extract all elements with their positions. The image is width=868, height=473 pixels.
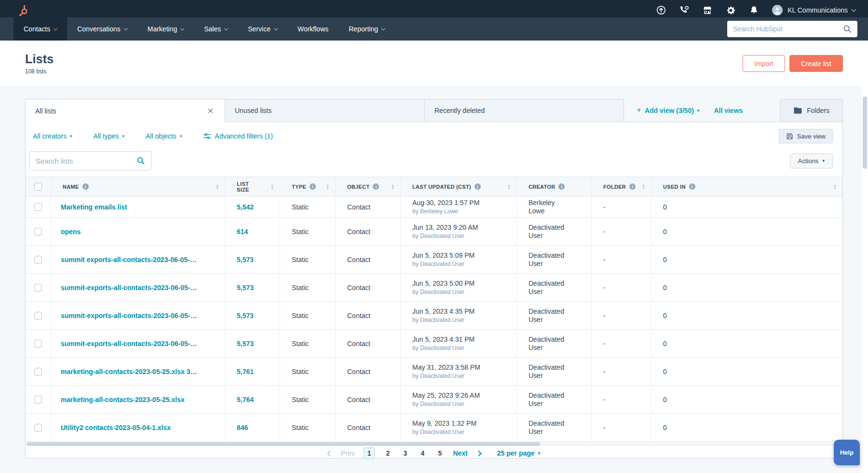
view-tab-1[interactable]: Unused lists [225, 99, 424, 122]
list-name-link[interactable]: Utility2 contacts-2023-05-04-1.xlsx [61, 424, 171, 431]
list-name-link[interactable]: marketing-all-contacts-2023-05-25.xlsx [61, 396, 185, 403]
sort-arrows-icon[interactable]: ▲▼ [271, 184, 274, 189]
view-tab-2[interactable]: Recently deleted [424, 99, 624, 122]
upgrade-icon[interactable] [656, 5, 666, 15]
chevron-right-icon[interactable] [475, 450, 482, 457]
list-name-link[interactable]: marketing-all-contacts-2023-05-25.xlsx 3… [61, 368, 197, 376]
list-name-link[interactable]: summit exports-all-contacts-2023-06-05-… [61, 256, 197, 264]
info-icon[interactable]: i [475, 183, 481, 190]
list-name-link[interactable]: summit-exports-all-contacts-2023-06-05-… [61, 312, 197, 320]
import-button[interactable]: Import [743, 55, 785, 72]
nav-item-workflows[interactable]: Workflows [287, 17, 339, 41]
info-icon[interactable]: i [558, 183, 565, 190]
folder-value: - [603, 340, 606, 348]
row-checkbox[interactable] [34, 340, 42, 348]
row-checkbox[interactable] [34, 203, 42, 211]
list-size-link[interactable]: 5,573 [237, 256, 254, 264]
page-button-3[interactable]: 3 [401, 448, 409, 459]
creator-cell: Deactivated User [517, 218, 592, 245]
list-name-link[interactable]: opens [61, 228, 81, 236]
sort-arrows-icon[interactable]: ▲▼ [507, 184, 511, 189]
sort-arrows-icon[interactable]: ▲▼ [642, 184, 645, 189]
folders-button[interactable]: Folders [780, 99, 843, 122]
filter-all-types[interactable]: All types ▾ [94, 132, 124, 140]
list-size-link[interactable]: 5,542 [237, 203, 254, 211]
sort-arrows-icon[interactable]: ▲▼ [216, 184, 219, 189]
nav-item-service[interactable]: Service [238, 17, 287, 41]
notifications-icon[interactable] [748, 5, 759, 15]
row-checkbox[interactable] [34, 368, 42, 376]
creator-cell: Deactivated User [517, 302, 592, 329]
nav-item-reporting[interactable]: Reporting [339, 17, 395, 41]
per-page-select[interactable]: 25 per page ▾ [497, 449, 540, 457]
list-size-link[interactable]: 5,573 [237, 312, 254, 320]
info-icon[interactable]: i [310, 183, 316, 190]
list-size-link[interactable]: 5,573 [237, 340, 254, 348]
table-row: summit-exports-all-contacts-2023-06-05-…… [26, 274, 842, 302]
account-menu[interactable]: KL Communications [772, 4, 855, 16]
row-checkbox[interactable] [34, 284, 42, 292]
save-view-button[interactable]: Save view [779, 129, 833, 143]
view-tab-0[interactable]: All lists [25, 99, 225, 123]
page-button-2[interactable]: 2 [383, 448, 392, 459]
create-list-button[interactable]: Create list [789, 55, 843, 72]
nav-item-sales[interactable]: Sales [194, 17, 238, 41]
list-search[interactable] [29, 151, 151, 170]
close-icon[interactable] [206, 106, 215, 115]
list-size-link[interactable]: 614 [237, 228, 248, 236]
list-size-link[interactable]: 5,573 [237, 284, 254, 292]
horizontal-scrollbar-thumb[interactable] [27, 442, 540, 446]
filter-all-objects[interactable]: All objects ▾ [146, 132, 182, 140]
next-button[interactable]: Next [453, 449, 467, 457]
global-search-input[interactable] [733, 25, 843, 33]
info-icon[interactable]: i [373, 183, 379, 190]
marketplace-icon[interactable] [702, 5, 713, 15]
list-name-link[interactable]: Marketing emails list [61, 203, 127, 211]
list-name-link[interactable]: summit-exports-all-contacts-2023-06-05-… [61, 340, 197, 348]
actions-button[interactable]: Actions ▾ [790, 153, 833, 168]
list-type-cell: Static [280, 358, 336, 385]
list-size-link[interactable]: 5,761 [237, 368, 254, 376]
info-icon[interactable]: i [629, 183, 636, 190]
info-icon[interactable]: i [82, 183, 89, 190]
list-search-input[interactable] [36, 157, 136, 165]
vertical-scrollbar-thumb[interactable] [863, 97, 867, 169]
info-icon[interactable]: i [689, 183, 695, 190]
page-button-5[interactable]: 5 [435, 448, 444, 459]
list-size-link[interactable]: 5,764 [237, 396, 254, 403]
calls-icon[interactable] [679, 5, 690, 15]
advanced-filters-link[interactable]: Advanced filters (1) [203, 132, 273, 140]
row-checkbox[interactable] [34, 396, 42, 403]
list-name-link[interactable]: summit-exports-all-contacts-2023-06-05-… [61, 284, 197, 292]
list-size-link[interactable]: 846 [237, 424, 248, 431]
chevron-left-icon[interactable] [327, 450, 333, 457]
list-type-cell: Static [280, 330, 336, 357]
last-updated-by: by Deactivated User [412, 401, 464, 407]
sort-arrows-icon[interactable]: ▲▼ [391, 184, 394, 189]
settings-icon[interactable] [725, 5, 736, 15]
nav-item-contacts[interactable]: Contacts [14, 17, 67, 41]
row-checkbox[interactable] [34, 312, 42, 320]
hubspot-logo-icon[interactable] [17, 4, 30, 17]
nav-item-marketing[interactable]: Marketing [137, 17, 194, 41]
row-checkbox[interactable] [34, 256, 42, 264]
save-view-label: Save view [797, 133, 826, 140]
page-button-4[interactable]: 4 [418, 448, 427, 459]
save-icon [786, 133, 793, 140]
row-checkbox[interactable] [34, 228, 42, 236]
help-button[interactable]: Help [834, 440, 860, 465]
sort-arrows-icon[interactable]: ▲▼ [326, 184, 329, 189]
sort-arrows-icon[interactable]: ▲▼ [833, 184, 837, 189]
nav-item-conversations[interactable]: Conversations [67, 17, 137, 41]
filter-all-creators[interactable]: All creators ▾ [33, 132, 72, 140]
prev-button[interactable]: Prev [341, 449, 355, 457]
page-button-1[interactable]: 1 [364, 447, 375, 459]
all-views-link[interactable]: All views [714, 107, 743, 114]
row-checkbox[interactable] [34, 424, 42, 431]
table-row: marketing-all-contacts-2023-05-25.xlsx5,… [26, 386, 842, 414]
add-view-link[interactable]: + Add view (3/50) ▾ [637, 106, 699, 115]
filters-row: All creators ▾ All types ▾ All objects ▾… [33, 129, 833, 143]
table-row: marketing-all-contacts-2023-05-25.xlsx 3… [26, 358, 842, 386]
select-all-checkbox[interactable] [34, 183, 42, 191]
global-search[interactable] [727, 21, 857, 37]
